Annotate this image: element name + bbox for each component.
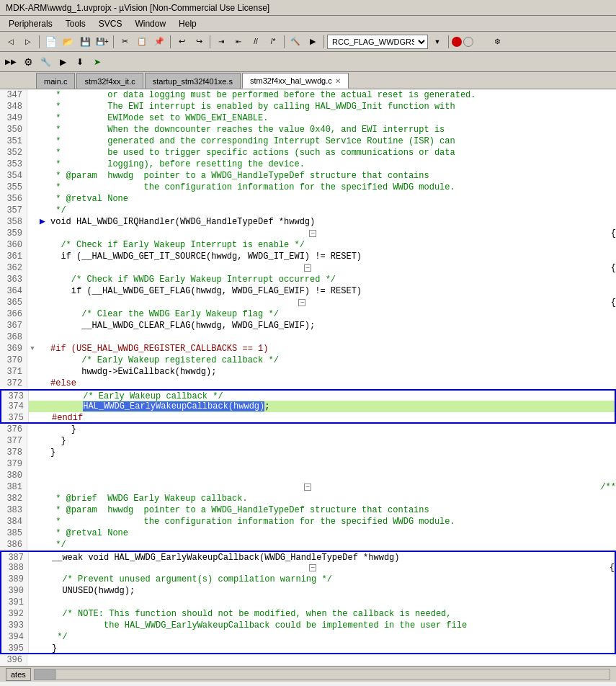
fold-col[interactable] xyxy=(27,424,37,435)
btn-t2-6[interactable]: ➤ xyxy=(89,54,105,70)
fold-col[interactable] xyxy=(29,412,39,422)
btn-new[interactable]: 📄 xyxy=(43,34,58,50)
table-row: 394 */ xyxy=(0,631,616,643)
tab-close-icon[interactable]: ✕ xyxy=(335,77,341,85)
fold-col[interactable] xyxy=(27,447,37,458)
fold-col[interactable] xyxy=(27,654,37,666)
fold-col[interactable] xyxy=(29,620,39,631)
fold-col[interactable] xyxy=(27,182,37,193)
fold-col[interactable] xyxy=(27,147,37,159)
menu-svcs[interactable]: SVCS xyxy=(93,17,128,30)
btn-open[interactable]: 📂 xyxy=(60,34,76,50)
btn-r3[interactable] xyxy=(475,37,488,47)
menu-peripherals[interactable]: Peripherals xyxy=(3,17,58,30)
fold-col[interactable] xyxy=(27,89,37,101)
btn-r1[interactable] xyxy=(452,37,462,47)
btn-uncomment[interactable]: /* xyxy=(265,34,281,50)
fold-col[interactable] xyxy=(29,643,39,653)
fold-col[interactable] xyxy=(27,470,37,481)
btn-t2-3[interactable]: 🔧 xyxy=(37,54,53,70)
fold-col[interactable] xyxy=(27,285,37,297)
btn-copy[interactable]: 📋 xyxy=(134,34,150,50)
btn-t2-1[interactable]: ▶▶ xyxy=(3,54,19,70)
fold-col[interactable] xyxy=(27,435,37,447)
btn-build[interactable]: 🔨 xyxy=(287,34,303,50)
fold-col[interactable] xyxy=(27,493,37,504)
fold-col[interactable]: − xyxy=(304,264,311,272)
fold-col[interactable] xyxy=(27,112,37,124)
fold-col[interactable] xyxy=(27,366,37,378)
fold-col[interactable] xyxy=(27,239,37,251)
btn-outdent[interactable]: ⇤ xyxy=(231,34,246,50)
btn-r4[interactable]: ⚙ xyxy=(489,34,505,50)
fold-col[interactable] xyxy=(27,124,37,135)
btn-undo[interactable]: ↩ xyxy=(174,34,189,50)
btn-t2-2[interactable]: ⚙ xyxy=(20,54,36,70)
fold-col[interactable] xyxy=(27,539,37,551)
fold-col[interactable]: − xyxy=(298,299,305,306)
editor-content[interactable]: 347 * or data logging must be performed … xyxy=(0,89,616,666)
btn-debug[interactable]: ▶ xyxy=(305,34,321,50)
fold-col[interactable] xyxy=(27,135,37,147)
tab-hal-wwdg[interactable]: stm32f4xx_hal_wwdg.c ✕ xyxy=(242,73,349,89)
btn-t2-4[interactable]: ▶ xyxy=(55,54,71,70)
menu-tools[interactable]: Tools xyxy=(60,17,91,30)
fold-col[interactable]: − xyxy=(304,484,311,491)
scroll-thumb[interactable] xyxy=(35,669,56,680)
line-number: 365 xyxy=(0,297,27,308)
fold-col[interactable] xyxy=(27,355,37,366)
code-content: /* Check if Early Wakeup Interrupt is en… xyxy=(48,239,305,251)
fold-col[interactable]: ▼ xyxy=(27,343,37,355)
fold-col[interactable] xyxy=(29,608,39,620)
fold-col[interactable] xyxy=(27,101,37,112)
btn-r2[interactable] xyxy=(463,37,473,47)
fold-col[interactable] xyxy=(27,331,37,343)
fold-col[interactable] xyxy=(29,574,39,585)
btn-forward[interactable]: ▷ xyxy=(20,34,36,50)
fold-col[interactable]: − xyxy=(309,564,316,571)
fold-col[interactable] xyxy=(29,631,39,643)
fold-col[interactable] xyxy=(27,308,37,320)
tab-startup[interactable]: startup_stm32f401xe.s xyxy=(145,73,241,89)
fold-col[interactable] xyxy=(27,193,37,205)
fold-col[interactable] xyxy=(27,216,37,228)
menu-help[interactable]: Help xyxy=(173,17,202,30)
btn-save[interactable]: 💾 xyxy=(77,34,93,50)
tab-main-c[interactable]: main.c xyxy=(36,73,75,89)
code-content xyxy=(48,654,50,666)
fold-col[interactable] xyxy=(29,391,39,401)
fold-col[interactable] xyxy=(27,251,37,262)
fold-col[interactable] xyxy=(27,159,37,170)
btn-t2-5[interactable]: ⬇ xyxy=(72,54,88,70)
fold-col[interactable] xyxy=(27,205,37,216)
fold-col[interactable] xyxy=(27,516,37,527)
h-scrollbar[interactable] xyxy=(34,669,610,680)
table-row: 361 if (__HAL_WWDG_GET_IT_SOURCE(hwwdg, … xyxy=(0,251,616,262)
btn-combo-drop[interactable]: ▼ xyxy=(429,34,445,50)
fold-col[interactable] xyxy=(27,527,37,539)
fold-col[interactable] xyxy=(29,401,39,412)
tab-stm32f4xx-it[interactable]: stm32f4xx_it.c xyxy=(76,73,143,89)
btn-indent[interactable]: ⇥ xyxy=(213,34,229,50)
fold-col[interactable] xyxy=(27,458,37,470)
btn-paste[interactable]: 📌 xyxy=(151,34,167,50)
fold-col[interactable]: − xyxy=(309,230,316,237)
fold-col[interactable] xyxy=(27,320,37,331)
code-content xyxy=(48,331,50,343)
flag-combo[interactable]: RCC_FLAG_WWDGRST xyxy=(327,35,428,49)
fold-col[interactable] xyxy=(27,378,37,389)
fold-col[interactable] xyxy=(27,274,37,285)
fold-col[interactable] xyxy=(29,597,39,608)
btn-redo[interactable]: ↪ xyxy=(191,34,207,50)
btn-back[interactable]: ◁ xyxy=(3,34,19,50)
menu-window[interactable]: Window xyxy=(129,17,171,30)
btn-comment[interactable]: // xyxy=(248,34,264,50)
arrow-col xyxy=(37,135,48,147)
btn-cut[interactable]: ✂ xyxy=(117,34,133,50)
btn-save-all[interactable]: 💾+ xyxy=(94,34,110,50)
fold-col[interactable] xyxy=(27,504,37,516)
fold-col[interactable] xyxy=(29,585,39,597)
fold-col[interactable] xyxy=(29,552,39,562)
arrow-col xyxy=(598,228,608,239)
fold-col[interactable] xyxy=(27,170,37,182)
